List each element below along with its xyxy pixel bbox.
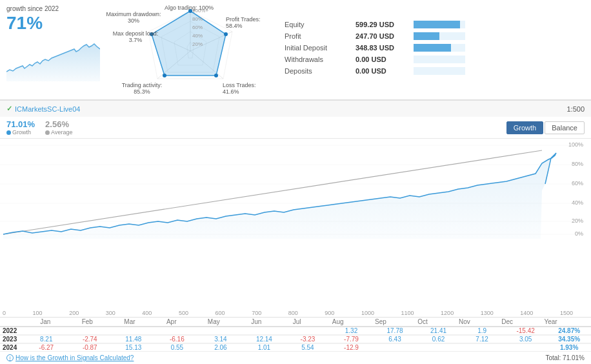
table-row-2024: 2024 -6.27 -0.87 15.13 0.55 2.06 1.01 5.…: [0, 343, 591, 351]
2022-oct: 21.41: [422, 327, 456, 334]
average-stat-label: Average: [45, 129, 72, 136]
mini-growth-chart: [6, 36, 100, 81]
growth-stat-label: Growth: [6, 129, 35, 136]
2024-jun: 1.01: [247, 344, 281, 351]
month-jan: Jan: [40, 318, 50, 325]
average-stat-value: 2.56%: [45, 119, 72, 129]
average-dot: [45, 130, 50, 135]
radar-fill: [152, 11, 226, 76]
2024-feb: -0.87: [73, 344, 106, 351]
main-chart-svg: 100% 80% 60% 40% 20% 0%: [0, 139, 591, 239]
account-name: ✓ ICMarketsSC-Live04: [6, 105, 80, 113]
2022-aug: 1.32: [334, 327, 368, 334]
num-tick-800: 800: [288, 310, 298, 316]
profit-label: Profit: [285, 32, 356, 40]
2023-jul: -3.23: [291, 336, 325, 343]
num-tick-1500: 1500: [560, 310, 573, 316]
month-dec: Dec: [501, 318, 513, 325]
chart-stats: 71.01% Growth 2.56% Average: [6, 119, 72, 136]
profit-row: Profit 247.70 USD: [285, 32, 581, 40]
chart-buttons: Growth Balance: [506, 121, 585, 134]
2024-apr: 0.55: [160, 344, 194, 351]
total-display: Total: 71.01%: [545, 354, 585, 361]
2023-year: 34.35%: [552, 336, 586, 343]
growth-panel: growth since 2022 71%: [0, 0, 106, 99]
num-tick-1300: 1300: [481, 310, 494, 316]
equity-bar: [414, 21, 460, 28]
month-feb: Feb: [82, 318, 93, 325]
growth-since-label: growth since 2022: [6, 5, 100, 12]
growth-stat-value: 71.01%: [6, 119, 35, 129]
2022-dec: -15.42: [509, 327, 543, 334]
account-bar: ✓ ICMarketsSC-Live04 1:500: [0, 100, 591, 117]
radar-label-max-drawdown: Maximum drawdown: 30%: [105, 11, 163, 24]
main-container: growth since 2022 71%: [0, 0, 591, 364]
check-icon: ✓: [6, 105, 12, 113]
table-row-2023: 2023 8.21 -2.74 11.48 -6.16 3.14 12.14 -…: [0, 335, 591, 343]
2024-mar: 15.13: [117, 344, 150, 351]
month-oct: Oct: [417, 318, 428, 325]
2022-apr: [160, 327, 194, 334]
radar-label-loss-trades: Loss Trades: 41.6%: [223, 82, 268, 95]
num-tick-900: 900: [325, 310, 334, 316]
deposits-value: 0.00 USD: [356, 67, 414, 75]
radar-label-profit-trades: Profit Trades: 58.4%: [226, 16, 271, 29]
month-jul: Jul: [293, 318, 301, 325]
how-link-text: How is the Growth in Signals Calculated?: [15, 354, 134, 361]
equity-value: 599.29 USD: [356, 21, 414, 28]
2022-mar: [117, 327, 150, 334]
2023-dec: 3.05: [509, 336, 543, 343]
month-apr: Apr: [166, 318, 177, 325]
initial-deposit-bar: [414, 44, 451, 52]
monthly-table: 2022 1.32 17.78 21.41 1.9 -15.42 24.87% …: [0, 327, 591, 351]
top-section: growth since 2022 71%: [0, 0, 591, 100]
num-tick-1100: 1100: [401, 310, 414, 316]
month-jun: Jun: [251, 318, 261, 325]
year-2022: 2022: [0, 327, 25, 334]
how-calculated-link[interactable]: i How is the Growth in Signals Calculate…: [6, 354, 134, 361]
2023-sep: 6.43: [378, 336, 412, 343]
radar-pct-100: 100%+: [192, 8, 208, 14]
2023-jun: 12.14: [247, 336, 281, 343]
2023-feb: -2.74: [73, 336, 106, 343]
deposits-bar-container: [414, 67, 465, 75]
2023-may: 3.14: [204, 336, 237, 343]
radar-label-max-deposit: Max deposit load: 3.7%: [106, 30, 165, 43]
num-tick-100: 100: [33, 310, 43, 316]
2024-sep: [378, 344, 412, 351]
y-80: 80%: [572, 161, 583, 167]
month-aug: Aug: [332, 318, 344, 325]
2024-year: 1.93%: [552, 344, 586, 351]
num-tick-0: 0: [3, 310, 6, 316]
month-may: May: [208, 318, 220, 325]
2022-jul: [291, 327, 325, 334]
info-icon: i: [6, 354, 14, 361]
2023-jan: 8.21: [30, 336, 63, 343]
y-40: 40%: [572, 199, 583, 206]
radar-dot-right: [224, 32, 228, 36]
growth-dot: [6, 130, 11, 135]
2022-nov: 1.9: [465, 327, 499, 334]
initial-deposit-value: 348.83 USD: [356, 44, 414, 52]
growth-button[interactable]: Growth: [506, 121, 543, 134]
num-tick-200: 200: [69, 310, 79, 316]
2022-jun: [247, 327, 281, 334]
2024-jan: -6.27: [30, 344, 63, 351]
average-stat-item: 2.56% Average: [45, 119, 72, 136]
total-value: 71.01%: [563, 354, 585, 361]
equity-row: Equity 599.29 USD: [285, 21, 581, 28]
profit-bar: [414, 32, 439, 40]
y-0: 0%: [575, 230, 583, 237]
num-tick-600: 600: [215, 310, 225, 316]
main-chart-area: 100% 80% 60% 40% 20% 0%: [0, 139, 591, 309]
balance-button[interactable]: Balance: [545, 121, 585, 134]
month-label-row: Jan Feb Mar Apr May Jun Jul Aug Sep Oct …: [0, 318, 591, 327]
radar-pct-40: 40%: [192, 33, 203, 39]
initial-deposit-row: Initial Deposit 348.83 USD: [285, 44, 581, 52]
num-tick-300: 300: [106, 310, 115, 316]
2024-dec: [509, 344, 543, 351]
2024-nov: [465, 344, 499, 351]
account-leverage: 1:500: [566, 105, 585, 113]
deposits-row: Deposits 0.00 USD: [285, 67, 581, 75]
num-tick-1400: 1400: [520, 310, 533, 316]
